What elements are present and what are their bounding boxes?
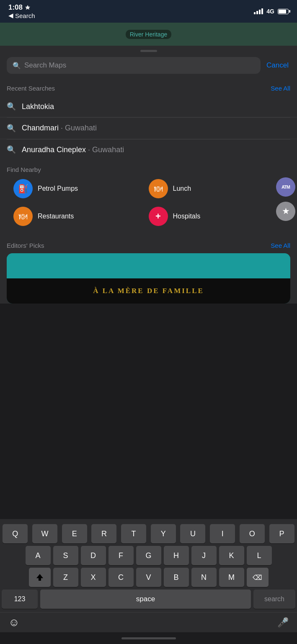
delete-key[interactable]: ⌫ [247, 568, 269, 587]
key-p[interactable]: P [269, 524, 294, 543]
key-k[interactable]: K [219, 546, 244, 565]
key-u[interactable]: U [180, 524, 205, 543]
editors-card[interactable]: À LA MÈRE DE FAMILLE [7, 253, 290, 304]
search-panel: 🔍 Cancel [0, 46, 297, 79]
map-peek: River Heritage [0, 23, 297, 46]
key-l[interactable]: L [247, 546, 272, 565]
key-s[interactable]: S [53, 546, 78, 565]
key-123[interactable]: 123 [2, 589, 38, 609]
key-d[interactable]: D [81, 546, 106, 565]
key-g[interactable]: G [136, 546, 161, 565]
key-x[interactable]: X [81, 568, 106, 587]
search-icon: 🔍 [13, 62, 21, 70]
recent-item-chandmari[interactable]: 🔍 Chandmari · Guwahati [0, 118, 297, 139]
nearby-item-label: Lunch [173, 185, 191, 192]
search-key[interactable]: search [253, 589, 295, 609]
back-button[interactable]: ◀ Search [8, 12, 35, 19]
key-z[interactable]: Z [53, 568, 78, 587]
key-t[interactable]: T [121, 524, 146, 543]
key-o[interactable]: O [240, 524, 265, 543]
recent-searches-list: 🔍 Lakhtokia 🔍 Chandmari · Guwahati 🔍 Anu… [0, 96, 297, 160]
keyboard: Q W E R T Y U I O P A S D F G H J K L Z … [0, 519, 297, 644]
keyboard-row-3: Z X C V B N M ⌫ [0, 568, 297, 589]
drag-handle [140, 50, 157, 52]
time-text: 1:08 [8, 3, 23, 12]
space-key[interactable]: space [40, 589, 251, 609]
shift-key[interactable] [29, 568, 51, 587]
status-time: 1:08 [8, 3, 35, 12]
search-icon: 🔍 [7, 145, 16, 154]
keyboard-row-2: A S D F G H J K L [0, 546, 297, 568]
search-bar-row: 🔍 Cancel [7, 57, 290, 79]
nearby-restaurants[interactable]: 🍽 Restaurants [13, 205, 149, 228]
key-i[interactable]: I [210, 524, 235, 543]
nearby-hospitals[interactable]: + Hospitals [149, 205, 284, 228]
editors-card-text: À LA MÈRE DE FAMILLE [93, 287, 204, 295]
key-a[interactable]: A [26, 546, 51, 565]
find-nearby-title: Find Nearby [7, 166, 41, 173]
key-c[interactable]: C [108, 568, 134, 587]
star-peek-icon[interactable]: ★ [276, 202, 295, 221]
nearby-item-label: Hospitals [173, 213, 201, 220]
search-input-wrap[interactable]: 🔍 [7, 57, 261, 74]
location-icon [25, 5, 31, 10]
nearby-item-label: Petrol Pumps [38, 185, 78, 192]
key-v[interactable]: V [136, 568, 161, 587]
recent-item-secondary: · Guwahati [61, 124, 97, 132]
shift-icon [36, 573, 44, 582]
status-left: 1:08 ◀ Search [8, 3, 35, 19]
key-m[interactable]: M [219, 568, 244, 587]
recent-item-label: Anuradha Cineplex · Guwahati [22, 145, 124, 154]
key-e[interactable]: E [62, 524, 87, 543]
editors-see-all-button[interactable]: See All [271, 242, 290, 249]
cancel-button[interactable]: Cancel [265, 61, 290, 70]
editors-picks-title: Editors' Picks [7, 242, 44, 249]
microphone-button[interactable]: 🎤 [277, 617, 289, 628]
svg-marker-0 [36, 574, 43, 581]
key-y[interactable]: Y [151, 524, 176, 543]
home-indicator [0, 632, 297, 644]
card-dark-bg: À LA MÈRE DE FAMILLE [7, 278, 290, 304]
hospitals-icon: + [149, 207, 168, 226]
search-input[interactable] [24, 61, 255, 70]
network-label: 4G [266, 8, 274, 15]
keyboard-bottom-row: 123 space search [0, 589, 297, 612]
recent-see-all-button[interactable]: See All [271, 85, 290, 92]
key-f[interactable]: F [108, 546, 134, 565]
battery-icon [278, 9, 289, 14]
find-nearby-grid: ⛽ Petrol Pumps 🍽 Lunch 🍽 Restaurants + H… [7, 177, 290, 228]
key-b[interactable]: B [164, 568, 189, 587]
key-q[interactable]: Q [3, 524, 28, 543]
status-bar: 1:08 ◀ Search 4G [0, 0, 297, 23]
find-nearby-section: Find Nearby ⛽ Petrol Pumps 🍽 Lunch 🍽 Res… [0, 160, 297, 236]
atm-peek-icon[interactable]: ATM [276, 177, 295, 197]
keyboard-row-1: Q W E R T Y U I O P [0, 519, 297, 546]
card-teal-bg [7, 253, 290, 278]
home-bar [121, 637, 176, 639]
petrol-pumps-icon: ⛽ [13, 179, 33, 198]
signal-icon [254, 8, 263, 14]
map-label: River Heritage [126, 30, 171, 39]
recent-item-anuradha[interactable]: 🔍 Anuradha Cineplex · Guwahati [0, 139, 297, 160]
search-icon: 🔍 [7, 102, 16, 111]
nearby-petrol-pumps[interactable]: ⛽ Petrol Pumps [13, 177, 149, 200]
key-h[interactable]: H [164, 546, 189, 565]
status-right: 4G [254, 8, 289, 15]
key-j[interactable]: J [191, 546, 217, 565]
lunch-icon: 🍽 [149, 179, 168, 198]
recent-item-label: Chandmari · Guwahati [22, 124, 97, 132]
key-n[interactable]: N [191, 568, 217, 587]
recent-searches-title: Recent Searches [7, 85, 55, 92]
recent-searches-header: Recent Searches See All [0, 79, 297, 96]
recent-item-lakhtokia[interactable]: 🔍 Lakhtokia [0, 96, 297, 117]
editors-picks-header: Editors' Picks See All [0, 236, 297, 253]
editors-picks-section: Editors' Picks See All À LA MÈRE DE FAMI… [0, 236, 297, 304]
emoji-button[interactable]: ☺ [8, 616, 20, 629]
nearby-lunch[interactable]: 🍽 Lunch [149, 177, 284, 200]
keyboard-accessories: ☺ 🎤 [0, 612, 297, 632]
nearby-item-label: Restaurants [38, 213, 74, 220]
recent-item-label: Lakhtokia [22, 102, 54, 111]
key-w[interactable]: W [32, 524, 57, 543]
recent-item-secondary: · Guwahati [88, 145, 124, 154]
key-r[interactable]: R [91, 524, 116, 543]
